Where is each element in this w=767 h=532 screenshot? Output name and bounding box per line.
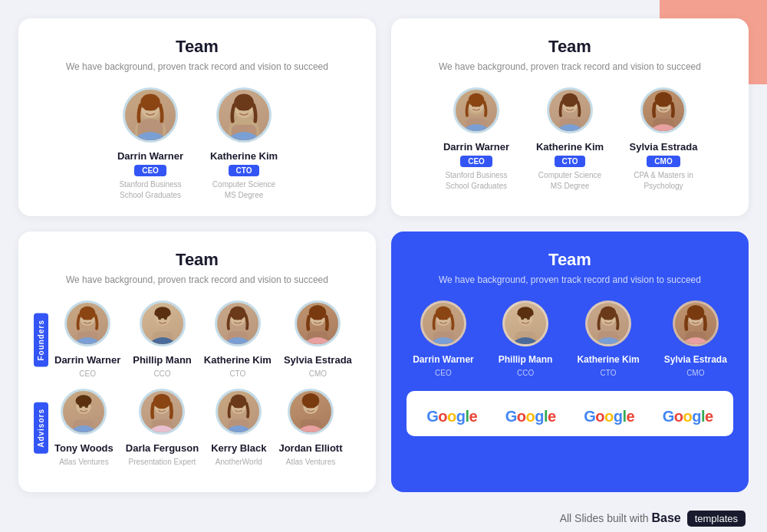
avatar-tony-1 <box>61 389 107 435</box>
name-phillip-2: Phillip Mann <box>499 354 553 365</box>
card-2-members-row: Darrin Warner CEO Stanford Business Scho… <box>407 87 733 192</box>
role-phillip-2: CCO <box>517 368 534 379</box>
role-jordan-1: Atlas Ventures <box>286 457 335 468</box>
name-sylvia-2: Sylvia Estrada <box>284 354 352 366</box>
card-1: Team We have background, proven track re… <box>18 18 376 216</box>
svg-point-55 <box>76 395 92 406</box>
svg-point-75 <box>435 307 451 320</box>
avatar-phillip-1 <box>140 300 186 346</box>
member-kerry-1: Kerry Black AnotherWorld <box>211 389 266 468</box>
avatar-kerry-1 <box>216 389 262 435</box>
member-sylvia-3: Sylvia Estrada CMO <box>664 300 727 379</box>
svg-point-90 <box>687 305 705 320</box>
avatar-sylvia-2 <box>295 300 341 346</box>
card-3-subtitle: We have background, proven track record … <box>34 274 360 285</box>
role-kerry-1: AnotherWorld <box>216 457 262 468</box>
name-katherine-2: Katherine Kim <box>536 141 604 153</box>
google-logo-3: Google <box>584 408 634 425</box>
role-tony-1: Atlas Ventures <box>59 457 108 468</box>
desc-darrin-1: Stanford Business School Graduates <box>116 179 185 201</box>
name-phillip-1: Phillip Mann <box>133 354 192 366</box>
desc-katherine-1: Computer Science MS Degree <box>209 179 278 201</box>
member-phillip-2: Phillip Mann CCO <box>499 300 553 379</box>
name-kerry-1: Kerry Black <box>211 442 266 454</box>
name-katherine-3: Katherine Kim <box>204 354 272 366</box>
footer-text: All Slides built with <box>560 512 649 524</box>
badge-darrin-1: CEO <box>134 165 166 176</box>
avatar-katherine-2 <box>547 87 593 133</box>
desc-sylvia-1: CPA & Masters in Psychology <box>629 170 698 192</box>
name-sylvia-1: Sylvia Estrada <box>630 141 698 153</box>
role-sylvia-2: CMO <box>309 369 327 379</box>
card-1-title: Team <box>34 37 360 57</box>
svg-point-30 <box>655 92 673 107</box>
google-logo-4: Google <box>663 408 713 425</box>
svg-point-20 <box>469 94 485 107</box>
card-4: Team We have background, proven track re… <box>391 232 749 492</box>
avatar-sylvia-1 <box>640 87 686 133</box>
footer-brand: Base <box>651 511 680 524</box>
avatar-phillip-2 <box>502 300 548 346</box>
member-sylvia-2: Sylvia Estrada CMO <box>284 300 352 379</box>
google-logo-2: Google <box>505 408 556 425</box>
card-2-title: Team <box>407 37 733 57</box>
badge-katherine-1: CTO <box>229 165 260 176</box>
member-darrin-2: Darrin Warner CEO Stanford Business Scho… <box>442 87 511 192</box>
member-katherine-3: Katherine Kim CTO <box>204 300 272 379</box>
google-logo-1: Google <box>426 408 477 425</box>
founders-members: Darrin Warner CEO <box>54 300 352 379</box>
member-darla-1: Darla Ferguson Presentation Expert <box>126 389 199 468</box>
name-darrin-1: Darrin Warner <box>117 150 183 162</box>
svg-point-35 <box>80 307 96 320</box>
avatar-katherine-4 <box>585 300 631 346</box>
desc-katherine-2: Computer Science MS Degree <box>535 170 604 192</box>
svg-point-50 <box>309 305 327 320</box>
footer-badge: templates <box>687 511 746 527</box>
card-4-title: Team <box>407 250 733 270</box>
member-phillip-1: Phillip Mann CCO <box>133 300 192 379</box>
card-2: Team We have background, proven track re… <box>391 18 749 216</box>
role-darrin-3: CEO <box>79 369 96 379</box>
avatar-jordan-1 <box>288 389 334 435</box>
name-darrin-4: Darrin Warner <box>413 354 474 365</box>
avatar-darrin-2 <box>453 87 499 133</box>
founders-label: Founders <box>34 314 48 367</box>
svg-point-70 <box>302 393 320 409</box>
advisors-label: Advisors <box>34 402 48 454</box>
name-darrin-2: Darrin Warner <box>443 141 509 153</box>
name-katherine-1: Katherine Kim <box>210 150 278 162</box>
role-katherine-3: CTO <box>229 369 245 379</box>
badge-darrin-2: CEO <box>460 156 492 167</box>
member-jordan-1: Jordan Elliott Atlas Ventures <box>278 389 342 468</box>
role-phillip-1: CCO <box>153 369 170 379</box>
name-tony-1: Tony Woods <box>54 442 114 454</box>
logos-strip: Google Google Google Google <box>407 391 733 436</box>
card-3: Team We have background, proven track re… <box>18 232 376 492</box>
name-darla-1: Darla Ferguson <box>126 442 199 454</box>
member-sylvia-1: Sylvia Estrada CMO CPA & Masters in Psyc… <box>629 87 698 192</box>
card-4-members-row: Darrin Warner CEO P <box>407 300 733 379</box>
avatar-darla-1 <box>139 389 185 435</box>
member-katherine-2: Katherine Kim CTO Computer Science MS De… <box>535 87 604 192</box>
avatar-sylvia-3 <box>673 300 719 346</box>
member-darrin-4: Darrin Warner CEO <box>413 300 474 379</box>
member-tony-1: Tony Woods Atlas Ventures <box>54 389 114 468</box>
card-4-subtitle: We have background, proven track record … <box>407 274 733 285</box>
svg-point-65 <box>231 395 247 409</box>
role-darla-1: Presentation Expert <box>129 457 196 468</box>
member-darrin-1: Darrin Warner CEO Stanford Business Scho… <box>116 87 185 201</box>
role-sylvia-3: CMO <box>686 368 704 379</box>
advisors-section: Advisors Tony Woods <box>34 389 360 468</box>
name-katherine-4: Katherine Kim <box>577 354 639 365</box>
member-darrin-3: Darrin Warner CEO <box>54 300 120 379</box>
badge-sylvia-1: CMO <box>647 156 680 167</box>
svg-point-7 <box>140 94 160 111</box>
role-katherine-4: CTO <box>601 368 617 379</box>
role-darrin-4: CEO <box>435 368 452 379</box>
footer: All Slides built with Base templates <box>0 504 767 527</box>
avatar-darrin-3 <box>64 300 110 346</box>
name-darrin-3: Darrin Warner <box>54 354 120 366</box>
logos-row: Google Google Google Google <box>413 399 727 429</box>
name-jordan-1: Jordan Elliott <box>278 442 342 454</box>
member-katherine-1: Katherine Kim CTO Computer Science MS De… <box>209 87 278 201</box>
